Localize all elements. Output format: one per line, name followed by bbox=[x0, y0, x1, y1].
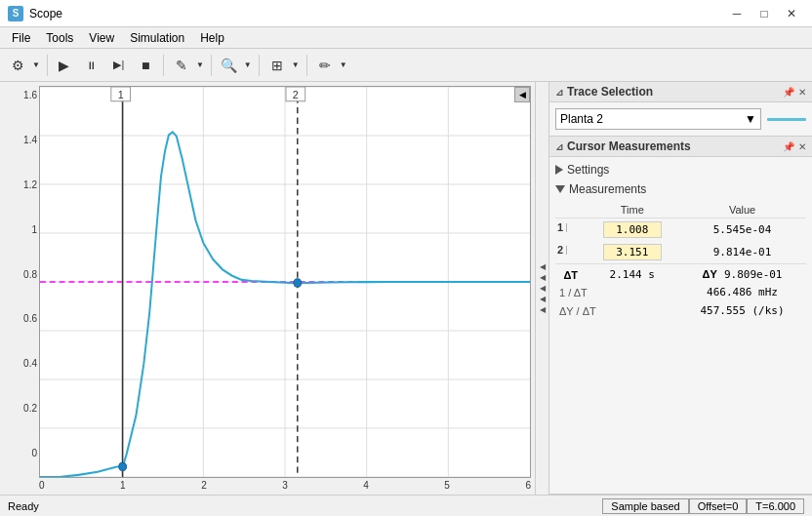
freq-row: 1 / ΔT 466.486 mHz bbox=[555, 283, 806, 301]
trace-selection-icons: 📌 ✕ bbox=[783, 87, 806, 98]
cursor1-time-input[interactable] bbox=[603, 221, 662, 238]
menu-tools[interactable]: Tools bbox=[38, 29, 81, 47]
titlebar-left: S Scope bbox=[8, 6, 62, 21]
cursor2-bar-icon: | bbox=[565, 245, 567, 255]
style-dropdown-arrow: ▼ bbox=[338, 60, 349, 69]
measurements-table: Time Value 1 | bbox=[555, 202, 806, 320]
run-button[interactable]: ▶ bbox=[52, 53, 77, 78]
toolbar-sep-1 bbox=[47, 55, 48, 76]
cursor1-row: 1 | 5.545e-04 bbox=[555, 218, 806, 242]
settings-row[interactable]: Settings bbox=[555, 161, 806, 179]
plot-svg: 1 2 bbox=[40, 87, 530, 477]
cursor-measurements-title-area: ⊿ Cursor Measurements bbox=[555, 139, 691, 153]
y-label-3: 0.6 bbox=[23, 313, 37, 324]
close-button[interactable]: ✕ bbox=[779, 4, 804, 23]
trace-dropdown[interactable]: Planta 2 ▼ bbox=[555, 108, 761, 130]
step-button[interactable]: ▶| bbox=[106, 53, 132, 78]
cursor2-row: 2 | 9.814e-01 bbox=[555, 241, 806, 264]
style-icon: ✏ bbox=[312, 53, 338, 78]
scroll-arrow-5[interactable]: ◀ bbox=[540, 305, 546, 314]
cursor-measurements-icons: 📌 ✕ bbox=[783, 141, 806, 152]
plot-area[interactable]: ◀ bbox=[39, 86, 531, 478]
trace-close-icon[interactable]: ✕ bbox=[798, 87, 806, 98]
x-axis: 0 1 2 3 4 5 6 bbox=[8, 480, 531, 491]
trace-selection-header[interactable]: ⊿ Trace Selection 📌 ✕ bbox=[549, 82, 812, 102]
axes-tool-group[interactable]: ⊞ ▼ bbox=[264, 52, 303, 79]
trace-dropdown-arrow-icon: ▼ bbox=[745, 112, 756, 126]
cursor1-label: 1 bbox=[557, 221, 563, 233]
scroll-arrow-3[interactable]: ◀ bbox=[540, 284, 546, 293]
svg-text:1: 1 bbox=[118, 88, 124, 99]
cursor-pin-icon[interactable]: 📌 bbox=[783, 141, 794, 152]
stop-button[interactable]: ⏹ bbox=[134, 53, 159, 78]
menubar: File Tools View Simulation Help bbox=[0, 27, 812, 49]
settings-dropdown-arrow: ▼ bbox=[30, 60, 42, 69]
maximize-button[interactable]: □ bbox=[751, 4, 777, 23]
menu-help[interactable]: Help bbox=[192, 29, 232, 47]
cursor2-label: 2 bbox=[557, 244, 563, 256]
pause-button[interactable]: ⏸ bbox=[79, 53, 104, 78]
status-ready: Ready bbox=[8, 500, 39, 512]
svg-point-22 bbox=[294, 279, 302, 287]
delta-y-label: ΔY bbox=[703, 268, 717, 280]
scroll-arrow-1[interactable]: ◀ bbox=[540, 262, 546, 271]
titlebar: S Scope ─ □ ✕ bbox=[0, 0, 812, 27]
cursor-measurements-header[interactable]: ⊿ Cursor Measurements 📌 ✕ bbox=[549, 137, 812, 157]
zoom-tool-group[interactable]: 🔍 ▼ bbox=[216, 52, 255, 79]
menu-simulation[interactable]: Simulation bbox=[122, 29, 192, 47]
col-time-header: Time bbox=[586, 202, 678, 218]
delta-y-value: 9.809e-01 bbox=[724, 268, 783, 281]
x-label-5: 5 bbox=[444, 480, 450, 491]
settings-collapse-icon bbox=[555, 165, 563, 175]
slope-row: ΔY / ΔT 457.555 (/ks) bbox=[555, 301, 806, 320]
y-axis: 1.6 1.4 1.2 1 0.8 0.6 0.4 0.2 0 bbox=[8, 86, 39, 478]
x-label-1: 1 bbox=[120, 480, 126, 491]
trace-selection-body: Planta 2 ▼ bbox=[549, 102, 812, 136]
menu-file[interactable]: File bbox=[4, 29, 38, 47]
t-status: T=6.000 bbox=[747, 498, 804, 514]
delta-y-compound: ΔY 9.809e-01 bbox=[678, 264, 806, 284]
right-panel: ⊿ Trace Selection 📌 ✕ Planta 2 ▼ bbox=[548, 82, 812, 495]
menu-view[interactable]: View bbox=[81, 29, 122, 47]
y-label-5: 1 bbox=[31, 224, 37, 235]
window-title: Scope bbox=[29, 7, 62, 20]
scroll-arrow-4[interactable]: ◀ bbox=[540, 295, 546, 303]
scroll-arrow-2[interactable]: ◀ bbox=[540, 273, 546, 282]
y-label-0: 0 bbox=[31, 448, 37, 458]
cursor-close-icon[interactable]: ✕ bbox=[798, 141, 806, 152]
cursor-tool-group[interactable]: ✎ ▼ bbox=[168, 52, 207, 79]
cursor2-time-input[interactable] bbox=[603, 244, 662, 260]
trace-dropdown-value: Planta 2 bbox=[560, 112, 603, 126]
x-label-6: 6 bbox=[525, 480, 531, 491]
cursor1-value-cell: 5.545e-04 bbox=[678, 218, 806, 242]
toolbar-sep-3 bbox=[211, 55, 212, 76]
svg-text:2: 2 bbox=[293, 88, 299, 99]
trace-pin-icon[interactable]: 📌 bbox=[783, 87, 794, 98]
measurements-row[interactable]: Measurements bbox=[555, 180, 806, 198]
titlebar-buttons: ─ □ ✕ bbox=[724, 4, 804, 23]
settings-tool-group[interactable]: ⚙ ▼ bbox=[4, 52, 43, 79]
freq-label: 1 / ΔT bbox=[555, 283, 678, 301]
col-value-header: Value bbox=[678, 202, 806, 218]
toolbar-sep-4 bbox=[259, 55, 260, 76]
cursor-icon: ✎ bbox=[169, 53, 194, 78]
delta-t-label: ΔT bbox=[555, 264, 586, 284]
trace-selection-title-area: ⊿ Trace Selection bbox=[555, 85, 653, 99]
cursor-section-body: Settings Measurements Time Value bbox=[549, 157, 812, 324]
x-label-4: 4 bbox=[363, 480, 369, 491]
style-tool-group[interactable]: ✏ ▼ bbox=[311, 52, 350, 79]
measurements-expand-icon bbox=[555, 185, 565, 193]
delta-row: ΔT 2.144 s ΔY 9.809e-01 bbox=[555, 264, 806, 284]
collapse-button[interactable]: ◀ bbox=[514, 87, 530, 102]
toolbar: ⚙ ▼ ▶ ⏸ ▶| ⏹ ✎ ▼ 🔍 ▼ ⊞ ▼ ✏ ▼ bbox=[0, 49, 812, 82]
trace-selection-title: Trace Selection bbox=[567, 85, 653, 99]
minimize-button[interactable]: ─ bbox=[724, 4, 750, 23]
settings-label: Settings bbox=[567, 163, 609, 177]
settings-icon: ⚙ bbox=[5, 53, 30, 78]
sample-based-status: Sample based bbox=[602, 498, 688, 514]
offset-status: Offset=0 bbox=[689, 498, 748, 514]
axes-dropdown-arrow: ▼ bbox=[290, 60, 302, 69]
trace-selection-section: ⊿ Trace Selection 📌 ✕ Planta 2 ▼ bbox=[549, 82, 812, 137]
y-label-1: 0.2 bbox=[23, 403, 37, 414]
slope-label: ΔY / ΔT bbox=[555, 301, 678, 320]
